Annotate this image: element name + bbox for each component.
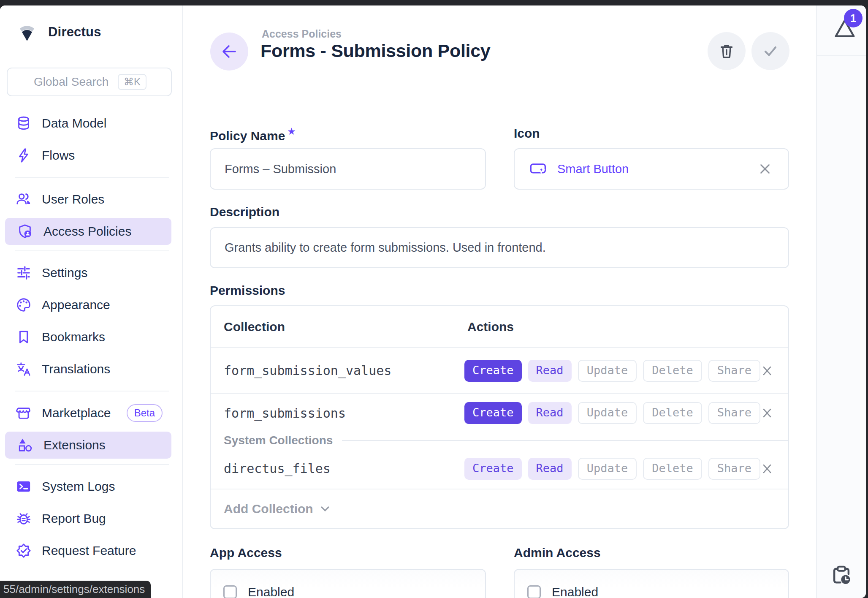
permissions-table-header: Collection Actions <box>211 306 788 348</box>
action-chip-delete[interactable]: Delete <box>643 402 702 424</box>
sidebar-item-system-logs[interactable]: System Logs <box>0 470 182 503</box>
app-window: Directus Global Search ⌘K Data Model <box>0 5 866 598</box>
action-chip-read[interactable]: Read <box>528 402 572 424</box>
back-button[interactable] <box>210 33 248 71</box>
description-input[interactable]: Grants ability to create form submission… <box>210 227 789 268</box>
policy-name-input[interactable] <box>211 149 485 189</box>
collection-name: form_submissions <box>211 406 464 421</box>
admin-access-label: Admin Access <box>514 546 601 560</box>
remove-row-icon[interactable] <box>760 364 774 378</box>
arrow-left-icon <box>220 42 239 61</box>
clear-icon-button[interactable] <box>758 162 772 176</box>
users-icon <box>15 191 32 208</box>
sidebar-item-label: Flows <box>42 148 75 163</box>
bookmark-icon <box>15 329 32 345</box>
sidebar-divider <box>15 177 169 178</box>
screen: Directus Global Search ⌘K Data Model <box>0 0 868 598</box>
sidebar-item-label: Bookmarks <box>42 330 105 344</box>
beta-badge: Beta <box>127 404 163 422</box>
sidebar-item-request-feature[interactable]: Request Feature <box>0 535 182 567</box>
system-collections-divider: System Collections <box>211 432 788 449</box>
app-access-label: App Access <box>210 546 282 560</box>
app-access-enabled-label: Enabled <box>248 585 294 598</box>
permission-row: form_submissions Create Read Update Dele… <box>211 394 788 432</box>
sidebar-item-data-model[interactable]: Data Model <box>0 107 182 139</box>
breadcrumb[interactable]: Access Policies <box>262 28 342 40</box>
sidebar-nav: Data Model Flows <box>0 107 182 567</box>
sidebar-item-bookmarks[interactable]: Bookmarks <box>0 321 182 353</box>
directus-logo-icon <box>17 22 37 42</box>
action-chip-share[interactable]: Share <box>708 402 760 424</box>
sidebar-item-flows[interactable]: Flows <box>0 139 182 171</box>
tune-icon <box>15 264 32 281</box>
sidebar-item-access-policies[interactable]: Access Policies <box>5 218 171 245</box>
column-header-actions: Actions <box>467 320 514 334</box>
notification-count-badge: 1 <box>844 9 863 27</box>
divider-line <box>342 440 788 441</box>
bug-icon <box>15 510 32 527</box>
action-chip-read[interactable]: Read <box>528 458 572 480</box>
required-marker: ★ <box>288 127 295 136</box>
remove-row-icon[interactable] <box>760 462 774 476</box>
action-chip-share[interactable]: Share <box>708 360 760 382</box>
sidebar-item-label: User Roles <box>42 192 104 207</box>
database-icon <box>15 115 32 132</box>
notifications-section[interactable]: 1 <box>817 5 866 56</box>
admin-access-enabled-checkbox[interactable] <box>527 585 541 598</box>
status-bar-url: 55/admin/settings/extensions <box>0 581 151 598</box>
sidebar-item-extensions[interactable]: Extensions <box>5 432 171 459</box>
action-chip-delete[interactable]: Delete <box>643 360 702 382</box>
action-chip-share[interactable]: Share <box>708 458 760 480</box>
sidebar-item-user-roles[interactable]: User Roles <box>0 183 182 215</box>
add-collection-button[interactable]: Add Collection <box>211 489 788 528</box>
sidebar-divider <box>15 464 169 465</box>
search-shortcut-badge: ⌘K <box>118 74 146 90</box>
sidebar-item-label: Settings <box>42 266 87 280</box>
shield-person-icon <box>17 223 34 240</box>
right-sidebar: 1 <box>816 5 866 598</box>
action-chip-delete[interactable]: Delete <box>643 458 702 480</box>
sidebar: Directus Global Search ⌘K Data Model <box>0 5 183 598</box>
global-search-input[interactable]: Global Search ⌘K <box>7 68 172 96</box>
sidebar-item-label: Marketplace <box>42 406 111 420</box>
app-access-box: Enabled <box>210 569 486 598</box>
sidebar-item-marketplace[interactable]: Marketplace Beta <box>0 397 182 429</box>
action-chip-update[interactable]: Update <box>578 360 637 382</box>
bolt-icon <box>15 147 32 164</box>
sidebar-item-report-bug[interactable]: Report Bug <box>0 503 182 535</box>
system-collections-label: System Collections <box>224 434 333 447</box>
search-placeholder: Global Search <box>34 75 108 89</box>
badge-check-icon <box>15 542 32 559</box>
icon-field[interactable]: Smart Button <box>514 148 789 190</box>
delete-button[interactable] <box>708 32 746 70</box>
smart-button-icon <box>529 160 548 177</box>
sidebar-item-label: Access Policies <box>43 224 131 239</box>
action-chip-read[interactable]: Read <box>528 360 572 382</box>
sidebar-item-translations[interactable]: Translations <box>0 353 182 385</box>
logo[interactable]: Directus <box>17 22 101 42</box>
sidebar-item-label: Translations <box>42 362 110 376</box>
collection-name: form_submission_values <box>211 363 464 378</box>
storefront-icon <box>15 405 32 421</box>
app-title: Directus <box>48 24 101 40</box>
check-icon <box>761 42 780 60</box>
trash-icon <box>718 42 735 60</box>
column-header-collection: Collection <box>211 320 467 334</box>
sidebar-item-appearance[interactable]: Appearance <box>0 289 182 321</box>
save-button[interactable] <box>751 32 789 70</box>
action-chip-create[interactable]: Create <box>464 360 522 382</box>
action-chip-update[interactable]: Update <box>578 402 637 424</box>
remove-row-icon[interactable] <box>760 406 774 420</box>
policy-name-label: Policy Name★ <box>210 126 295 143</box>
app-access-enabled-checkbox[interactable] <box>223 585 237 598</box>
sidebar-item-label: Report Bug <box>42 511 106 526</box>
action-chip-create[interactable]: Create <box>464 458 522 480</box>
sidebar-item-settings[interactable]: Settings <box>0 257 182 289</box>
shapes-icon <box>17 437 34 454</box>
chevron-down-icon <box>319 503 331 514</box>
sidebar-divider <box>15 391 169 391</box>
action-chip-create[interactable]: Create <box>464 402 522 424</box>
action-chip-update[interactable]: Update <box>578 458 637 480</box>
terminal-icon <box>15 478 32 495</box>
clipboard-clock-icon[interactable] <box>831 564 852 585</box>
